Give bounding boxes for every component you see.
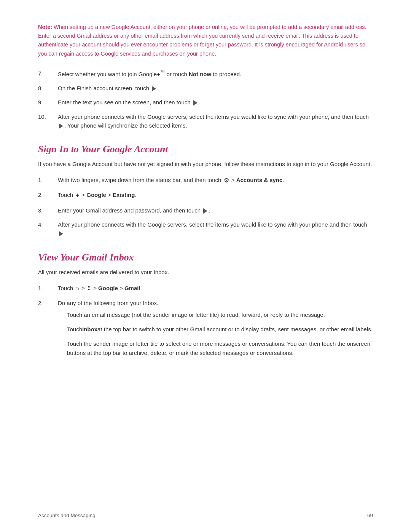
top-steps-list: 7. Select whether you want to join Googl…	[38, 69, 373, 130]
step-8: 8. On the Finish account screen, touch .	[38, 84, 373, 93]
s2-step-2-content: Do any of the following from your Inbox.…	[58, 299, 373, 363]
s1-step-2-num: 2.	[38, 190, 58, 199]
s2-step-1: 1. Touch ⌂ > ⠿ > Google > Gmail.	[38, 284, 373, 293]
s1-step-3-num: 3.	[38, 206, 58, 215]
play-icon-s1-3	[203, 208, 207, 214]
step-10-num: 10.	[38, 112, 58, 121]
s1-step-3: 3. Enter your Gmail address and password…	[38, 206, 373, 215]
home-icon: ⌂	[75, 284, 79, 293]
step-7-content: Select whether you want to join Google+™…	[58, 69, 373, 78]
s1-step-2-content: Touch + > Google > Existing.	[58, 190, 373, 200]
play-icon-8	[152, 86, 156, 91]
section1-title: Sign In to Your Google Account	[38, 144, 373, 155]
inbox-sub-list: Touch an email message (not the sender i…	[67, 310, 373, 358]
step-7: 7. Select whether you want to join Googl…	[38, 69, 373, 78]
note-text: When setting up a new Google Account, ei…	[38, 24, 366, 57]
play-icon-9	[193, 100, 198, 105]
s1-step-3-content: Enter your Gmail address and password, a…	[58, 206, 373, 215]
s1-step-2: 2. Touch + > Google > Existing.	[38, 190, 373, 200]
step-9-num: 9.	[38, 98, 58, 107]
inbox-item-1: Touch an email message (not the sender i…	[67, 310, 373, 320]
s1-step-4-content: After your phone connects with the Googl…	[58, 220, 373, 238]
s1-step-1-content: With two fingers, swipe down from the st…	[58, 176, 373, 185]
section1-desc: If you have a Google Account but have no…	[38, 160, 373, 169]
note-label: Note:	[38, 24, 52, 30]
step-7-num: 7.	[38, 69, 58, 78]
step-9: 9. Enter the text you see on the screen,…	[38, 98, 373, 107]
play-icon-s1-4	[59, 231, 63, 236]
page-content: Note: When setting up a new Google Accou…	[0, 0, 411, 400]
inbox-item-3: Touch the sender image or letter tile to…	[67, 339, 373, 358]
s2-step-1-num: 1.	[38, 284, 58, 292]
inbox-item-2: Touch Inbox at the top bar to switch to …	[67, 325, 373, 334]
s2-step-2-num: 2.	[38, 299, 58, 307]
note-box: Note: When setting up a new Google Accou…	[38, 23, 373, 58]
footer-left: Accounts and Messaging	[38, 513, 96, 518]
settings-icon: ⚙	[224, 176, 229, 185]
section2-steps: 1. Touch ⌂ > ⠿ > Google > Gmail. 2. Do a…	[38, 284, 373, 363]
step-10: 10. After your phone connects with the G…	[38, 112, 373, 130]
plus-icon: +	[75, 190, 79, 200]
s1-step-1-num: 1.	[38, 176, 58, 184]
step-8-content: On the Finish account screen, touch .	[58, 84, 373, 93]
section1-steps: 1. With two fingers, swipe down from the…	[38, 176, 373, 238]
footer-right: 69	[367, 513, 373, 518]
s2-step-1-content: Touch ⌂ > ⠿ > Google > Gmail.	[58, 284, 373, 293]
s1-step-4-num: 4.	[38, 220, 58, 229]
grid-icon: ⠿	[87, 284, 91, 293]
step-9-content: Enter the text you see on the screen, an…	[58, 98, 373, 107]
section2-desc: All your received emails are delivered t…	[38, 268, 373, 277]
play-icon-10	[59, 123, 63, 129]
s1-step-4: 4. After your phone connects with the Go…	[38, 220, 373, 238]
s2-step-2: 2. Do any of the following from your Inb…	[38, 299, 373, 363]
footer: Accounts and Messaging 69	[38, 513, 373, 518]
step-10-content: After your phone connects with the Googl…	[58, 112, 373, 130]
step-8-num: 8.	[38, 84, 58, 93]
s1-step-1: 1. With two fingers, swipe down from the…	[38, 176, 373, 185]
section2-title: View Your Gmail Inbox	[38, 252, 373, 263]
